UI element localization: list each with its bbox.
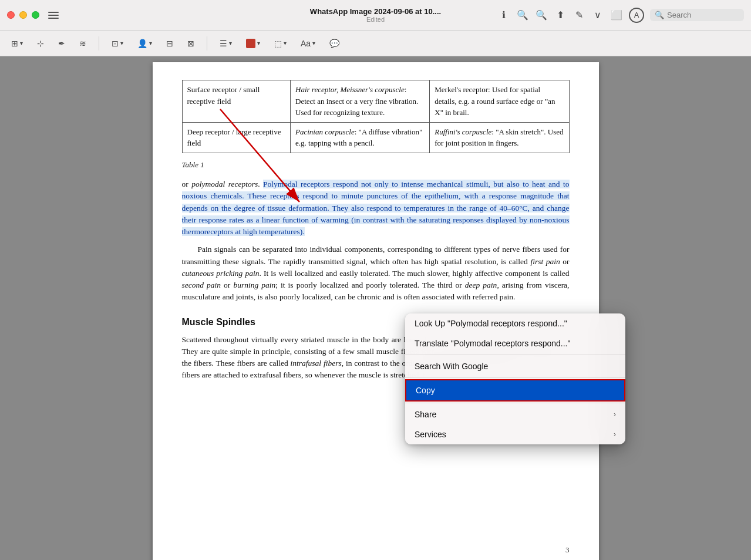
close-button[interactable]: [7, 11, 15, 19]
menu-item-lookup[interactable]: Look Up "Polymodal receptors respond...": [405, 313, 625, 333]
crop-icon: ⊠: [187, 39, 194, 48]
toolbar-separator: [99, 36, 99, 50]
lasso-icon: ⊹: [37, 39, 44, 48]
sidebar-icon: [48, 18, 59, 19]
menu-separator: [405, 403, 625, 403]
italic-text: burning pain: [233, 281, 275, 289]
menu-item-label: Copy: [416, 386, 435, 395]
view-toggle[interactable]: ⊞ ▾: [8, 37, 26, 50]
chevron-icon: ▾: [229, 40, 232, 46]
align-icon: ☰: [220, 39, 227, 48]
chevron-icon: ▾: [312, 40, 315, 46]
crop-tool[interactable]: ⊠: [184, 37, 197, 50]
chevron-right-icon: ›: [614, 430, 616, 438]
secondary-toolbar: ⊞ ▾ ⊹ ✒ ≋ ⊡ ▾ 👤 ▾ ⊟ ⊠ ☰ ▾ ▾ ⬚ ▾ Aa ▾ 💬: [0, 31, 751, 56]
menu-item-label: Look Up "Polymodal receptors respond...": [415, 319, 567, 328]
font-icon: Aa: [301, 39, 311, 48]
menu-separator: [405, 355, 625, 355]
pen-tool[interactable]: ✒: [55, 37, 68, 50]
chevron-icon: ▾: [20, 40, 23, 46]
context-menu: Look Up "Polymodal receptors respond..."…: [405, 313, 625, 444]
body-paragraph-1: or polymodal receptors. Polymodal recept…: [182, 178, 570, 238]
table-row: Deep receptor / large receptive field Pa…: [182, 122, 569, 153]
font-tool[interactable]: Aa ▾: [298, 37, 318, 50]
page-number: 3: [565, 544, 570, 556]
document-page: Surface receptor / small receptive field…: [153, 62, 599, 560]
zoom-in-icon[interactable]: 🔍: [535, 9, 548, 22]
title-bar: WhatsApp Image 2024-09-06 at 10.... Edit…: [0, 0, 751, 31]
border-tool[interactable]: ⬚ ▾: [271, 37, 289, 50]
highlight-icon: ≋: [79, 39, 86, 48]
table-cell: Surface receptor / small receptive field: [182, 80, 291, 123]
chevron-icon: ▾: [120, 40, 123, 46]
search-input[interactable]: [667, 11, 737, 19]
adjust-icon: ⊟: [166, 39, 173, 48]
table-row: Surface receptor / small receptive field…: [182, 80, 569, 123]
lasso-tool[interactable]: ⊹: [34, 37, 47, 50]
italic-text: Pacinian corpuscle: [295, 127, 355, 136]
chevron-icon: ▾: [257, 40, 260, 46]
menu-item-share[interactable]: Share ›: [405, 404, 625, 424]
chevron-icon: ▾: [149, 40, 152, 46]
window-title-area: WhatsApp Image 2024-09-06 at 10.... Edit…: [310, 7, 441, 23]
receptor-table: Surface receptor / small receptive field…: [182, 80, 570, 153]
markup-icon[interactable]: ✎: [572, 9, 585, 22]
italic-text: Ruffini's corpuscle: [435, 127, 491, 136]
sidebar-icon: [48, 15, 59, 16]
menu-item-label: Share: [415, 410, 436, 419]
menu-item-copy[interactable]: Copy: [405, 379, 625, 402]
fullscreen-button[interactable]: [32, 11, 39, 19]
comment-icon: 💬: [329, 39, 339, 48]
comment-tool[interactable]: 💬: [326, 37, 342, 50]
window-subtitle: Edited: [310, 16, 441, 23]
italic-text: deep pain: [465, 281, 497, 289]
menu-item-label: Search With Google: [415, 362, 488, 371]
align-tool[interactable]: ☰ ▾: [217, 37, 235, 50]
italic-text: cutaneous pricking pain: [182, 269, 260, 278]
traffic-lights: [7, 11, 39, 19]
adjust-tool[interactable]: ⊟: [163, 37, 176, 50]
menu-item-search-google[interactable]: Search With Google: [405, 356, 625, 376]
highlight-tool[interactable]: ≋: [76, 37, 89, 50]
zoom-out-icon[interactable]: 🔍: [516, 9, 529, 22]
shapes-icon: ⊡: [112, 39, 119, 48]
menu-item-services[interactable]: Services ›: [405, 424, 625, 444]
table-cell: Merkel's receptor: Used for spatial deta…: [430, 80, 569, 123]
shapes-tool[interactable]: ⊡ ▾: [109, 37, 126, 50]
menu-item-label: Services: [415, 430, 446, 439]
italic-text: Hair receptor, Meissner's corpuscle: [295, 85, 405, 94]
color-icon: [246, 39, 255, 48]
sidebar-toggle[interactable]: [45, 9, 62, 21]
toolbar-right: ℹ 🔍 🔍 ⬆ ✎ ∨ ⬜ A 🔍: [497, 8, 744, 23]
sidebar-icon: [48, 12, 59, 13]
pen-icon: ✒: [58, 39, 65, 48]
table-caption: Table 1: [182, 159, 570, 171]
table-cell: Hair receptor, Meissner's corpuscle: Det…: [291, 80, 430, 123]
window-icon[interactable]: ⬜: [610, 9, 623, 22]
window-title: WhatsApp Image 2024-09-06 at 10....: [310, 7, 441, 16]
table-cell: Ruffini's corpuscle: "A skin stretch". U…: [430, 122, 569, 153]
chevron-icon: ▾: [284, 40, 287, 46]
italic-text: intrafusal fibers: [291, 359, 342, 367]
minimize-button[interactable]: [19, 11, 27, 19]
border-icon: ⬚: [274, 39, 282, 48]
menu-separator: [405, 377, 625, 378]
table-cell: Deep receptor / large receptive field: [182, 122, 291, 153]
content-area: Surface receptor / small receptive field…: [0, 56, 751, 560]
view-icon: ⊞: [11, 39, 18, 48]
search-box[interactable]: 🔍: [650, 9, 744, 21]
stamp-tool[interactable]: 👤 ▾: [134, 37, 155, 50]
stamp-icon: 👤: [137, 39, 147, 48]
accessibility-icon[interactable]: A: [629, 8, 644, 23]
table-cell: Pacinian corpuscle: "A diffuse vibration…: [291, 122, 430, 153]
share-icon[interactable]: ⬆: [554, 9, 567, 22]
more-icon[interactable]: ∨: [591, 9, 604, 22]
color-tool[interactable]: ▾: [243, 37, 263, 50]
italic-text: first pain: [530, 257, 560, 266]
italic-text: second pain: [182, 281, 221, 289]
info-icon[interactable]: ℹ: [497, 9, 510, 22]
italic-text: polymodal receptors: [191, 180, 258, 188]
body-paragraph-2: Pain signals can be separated into indiv…: [182, 244, 570, 303]
menu-item-translate[interactable]: Translate "Polymodal receptors respond..…: [405, 333, 625, 353]
search-icon: 🔍: [655, 11, 664, 19]
